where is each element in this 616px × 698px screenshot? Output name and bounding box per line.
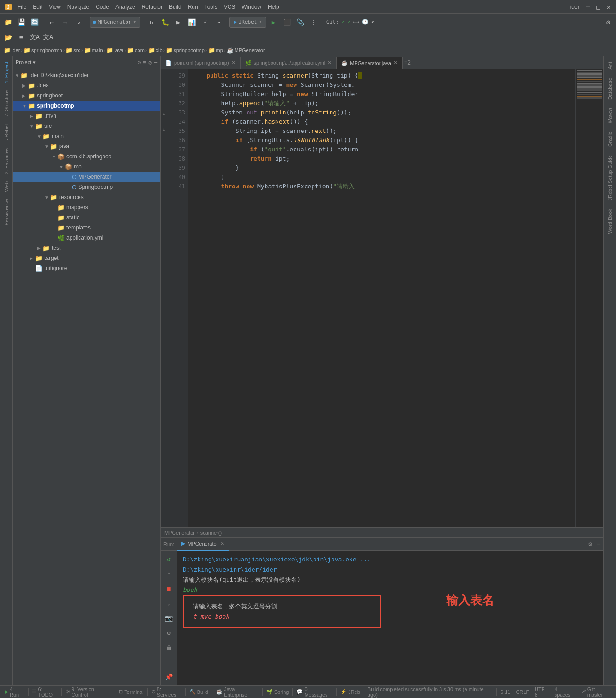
breadcrumb-java[interactable]: java bbox=[114, 48, 123, 53]
menu-window[interactable]: Window bbox=[239, 3, 264, 11]
right-tab-wordbook[interactable]: Word Book bbox=[604, 205, 616, 237]
stop-button[interactable]: ■ bbox=[163, 582, 175, 595]
breadcrumb-com[interactable]: com bbox=[135, 48, 145, 53]
left-vtab-structure[interactable]: 7: Structure bbox=[2, 87, 11, 120]
right-tab-database[interactable]: Database bbox=[604, 74, 616, 103]
run-green-button[interactable]: ▶ bbox=[267, 16, 279, 28]
menu-vcs[interactable]: VCS bbox=[221, 3, 238, 11]
menu-file[interactable]: File bbox=[15, 3, 29, 11]
more2-button[interactable]: ⋮ bbox=[308, 16, 320, 28]
status-todo[interactable]: ☰ 6: TODO bbox=[30, 686, 59, 698]
tab-pom[interactable]: 📄 pom.xml (springbootmp) ✕ bbox=[161, 57, 241, 69]
status-terminal[interactable]: ⊞ Terminal bbox=[117, 686, 145, 698]
tree-item-resources[interactable]: ▼ 📁 resources bbox=[13, 192, 160, 202]
right-tab-gradle[interactable]: Gradle bbox=[604, 128, 616, 150]
menu-build[interactable]: Build bbox=[166, 3, 184, 11]
menu-run[interactable]: Run bbox=[185, 3, 201, 11]
breadcrumb-src[interactable]: src bbox=[73, 48, 80, 53]
run-tab-mpgenerator[interactable]: ▶ MPGenerator ✕ bbox=[177, 538, 229, 551]
save-button[interactable]: 💾 bbox=[15, 16, 27, 28]
reload-button[interactable]: ↻ bbox=[145, 16, 157, 28]
more-button[interactable]: ⋯ bbox=[212, 16, 224, 28]
settings-gear-button[interactable]: ⚙ bbox=[602, 16, 614, 28]
tab-mpgen-close[interactable]: ✕ bbox=[393, 60, 398, 66]
status-vc[interactable]: ⑨ 9: Version Control bbox=[64, 686, 113, 698]
status-spring[interactable]: 🌱 Spring bbox=[265, 686, 291, 698]
camera-button[interactable]: 📷 bbox=[163, 612, 175, 625]
debug-red-button[interactable]: ⬛ bbox=[281, 16, 293, 28]
run-tab-close[interactable]: ✕ bbox=[220, 541, 224, 547]
right-tab-maven[interactable]: Maven bbox=[604, 104, 616, 127]
left-vtab-jrebel[interactable]: JRebel bbox=[2, 120, 11, 144]
maximize-button[interactable]: □ bbox=[594, 3, 602, 11]
run-settings-icon[interactable]: ⚙ bbox=[588, 541, 592, 548]
tree-item-target[interactable]: ▶ 📁 target bbox=[13, 253, 160, 263]
status-build[interactable]: 🔨 Build bbox=[187, 686, 210, 698]
run-button2[interactable]: ▶ bbox=[172, 16, 184, 28]
gear-icon[interactable]: ⚙ bbox=[148, 59, 152, 66]
status-indent[interactable]: 4 spaces bbox=[553, 686, 576, 698]
debug-button[interactable]: 🐛 bbox=[159, 16, 171, 28]
tab-pom-close[interactable]: ✕ bbox=[231, 60, 236, 66]
status-messages[interactable]: 💬 0: Messages bbox=[295, 686, 334, 698]
menu-refactor[interactable]: Refactor bbox=[139, 3, 165, 11]
run-config-dropdown[interactable]: ▶ JRebel ▾ bbox=[229, 17, 266, 28]
translate2-button[interactable]: 文A bbox=[42, 31, 54, 43]
up-button[interactable]: ↑ bbox=[163, 567, 175, 580]
status-run[interactable]: ▶ 4: Run bbox=[3, 686, 26, 698]
method-class[interactable]: MPGenerator bbox=[164, 530, 195, 536]
structure-button[interactable]: ≡ bbox=[15, 31, 27, 43]
tree-item-mvn[interactable]: ▶ 📁 .mvn bbox=[13, 111, 160, 121]
pin-button[interactable]: 📌 bbox=[163, 670, 175, 683]
status-java-enterprise[interactable]: ☕ Java Enterprise bbox=[214, 686, 260, 698]
tree-item-root[interactable]: ▼ 📁 ider D:\zking\xuexin\ider bbox=[13, 70, 160, 80]
breadcrumb-xlb[interactable]: xlb bbox=[156, 48, 163, 53]
right-tab-ant[interactable]: Ant bbox=[604, 58, 616, 73]
tab-yaml[interactable]: 🌿 springbootmp\...\application.yml ✕ bbox=[241, 57, 337, 69]
open-folder-button[interactable]: 📁 bbox=[2, 16, 14, 28]
right-tab-jrebel-guide[interactable]: JRebel Setup Guide bbox=[604, 151, 616, 204]
git-clock[interactable]: 🕐 bbox=[362, 19, 368, 25]
hide-panel-icon[interactable]: ─ bbox=[154, 59, 157, 66]
status-jrebel[interactable]: ⚡ JReb bbox=[338, 686, 362, 698]
profile-button[interactable]: ⚡ bbox=[199, 16, 211, 28]
tab-more[interactable]: ≡2 bbox=[403, 57, 412, 69]
tree-item-springboot[interactable]: ▶ 📁 springboot bbox=[13, 90, 160, 101]
tab-yaml-close[interactable]: ✕ bbox=[327, 60, 332, 66]
code-content[interactable]: public static String scanner(String tip)… bbox=[188, 69, 575, 527]
delete-run-btn[interactable]: 🗑 bbox=[163, 641, 175, 654]
sync-button[interactable]: 🔄 bbox=[29, 16, 41, 28]
coverage-button[interactable]: 📊 bbox=[186, 16, 198, 28]
tree-item-static[interactable]: 📁 static bbox=[13, 212, 160, 223]
close-button[interactable]: ✕ bbox=[605, 3, 612, 11]
down-button[interactable]: ↓ bbox=[163, 597, 175, 610]
menu-analyze[interactable]: Analyze bbox=[113, 3, 138, 11]
tree-item-mpgenerator[interactable]: C MPGenerator bbox=[13, 172, 160, 182]
tree-item-main[interactable]: ▼ 📁 main bbox=[13, 131, 160, 141]
restart-button[interactable]: ↺ bbox=[163, 553, 175, 566]
menu-help[interactable]: Help bbox=[265, 3, 282, 11]
breadcrumb-main[interactable]: main bbox=[92, 48, 103, 53]
locate-icon[interactable]: ⊙ bbox=[138, 59, 141, 66]
tree-item-application-yaml[interactable]: 🌿 application.yml bbox=[13, 233, 160, 243]
menu-navigate[interactable]: Navigate bbox=[65, 3, 92, 11]
tree-item-test[interactable]: ▶ 📁 test bbox=[13, 243, 160, 253]
tree-item-springbootmp[interactable]: ▼ 📁 springbootmp bbox=[13, 101, 160, 111]
method-name[interactable]: scanner() bbox=[200, 530, 222, 536]
status-services[interactable]: ⊙ 8: Services bbox=[150, 686, 183, 698]
git-nav[interactable]: ←→ bbox=[353, 19, 359, 25]
status-git-branch[interactable]: ⎇ Git: master bbox=[578, 686, 613, 698]
tree-item-springbootmp-java[interactable]: C Springbootmp bbox=[13, 182, 160, 192]
menu-edit[interactable]: Edit bbox=[30, 3, 45, 11]
left-vtab-persistence[interactable]: Persistence bbox=[2, 195, 11, 229]
more-run-btn[interactable]: ⚙ bbox=[163, 626, 175, 639]
git-undo[interactable]: ↶ bbox=[371, 19, 374, 25]
run-hide-icon[interactable]: ─ bbox=[597, 541, 600, 548]
breadcrumb-springbootmp2[interactable]: springbootmp bbox=[174, 48, 205, 53]
tree-item-mp-pkg[interactable]: ▼ 📦 mp bbox=[13, 162, 160, 172]
tree-item-mappers[interactable]: 📁 mappers bbox=[13, 202, 160, 212]
menu-code[interactable]: Code bbox=[93, 3, 112, 11]
tree-item-gitignore[interactable]: 📄 .gitignore bbox=[13, 263, 160, 273]
left-vtab-favorites[interactable]: 2: Favorites bbox=[2, 144, 11, 178]
breadcrumb-springbootmp[interactable]: springbootmp bbox=[31, 48, 62, 53]
